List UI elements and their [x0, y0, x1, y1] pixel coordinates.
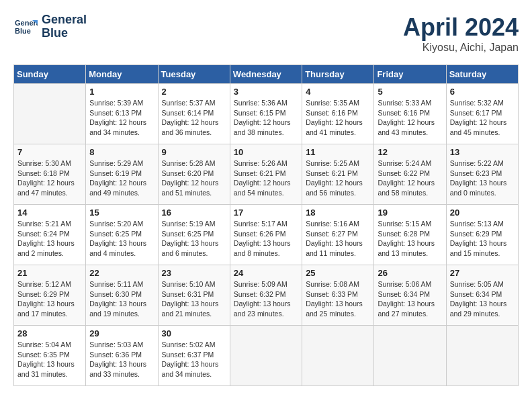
day-number: 10 — [234, 147, 298, 157]
day-info: Sunrise: 5:11 AM Sunset: 6:30 PM Dayligh… — [89, 279, 154, 319]
day-info: Sunrise: 5:12 AM Sunset: 6:29 PM Dayligh… — [17, 279, 82, 319]
day-info: Sunrise: 5:05 AM Sunset: 6:34 PM Dayligh… — [450, 279, 515, 319]
col-header-thursday: Thursday — [302, 65, 374, 84]
calendar-cell — [446, 326, 518, 386]
calendar-cell: 25Sunrise: 5:08 AM Sunset: 6:33 PM Dayli… — [302, 265, 374, 326]
day-number: 14 — [17, 208, 82, 218]
calendar-cell — [302, 326, 374, 386]
day-info: Sunrise: 5:20 AM Sunset: 6:25 PM Dayligh… — [89, 219, 154, 259]
day-number: 26 — [378, 268, 442, 278]
page-subtitle: Kiyosu, Aichi, Japan — [403, 42, 519, 54]
calendar-cell: 23Sunrise: 5:10 AM Sunset: 6:31 PM Dayli… — [158, 265, 230, 326]
calendar-cell: 3Sunrise: 5:36 AM Sunset: 6:15 PM Daylig… — [230, 84, 302, 144]
day-info: Sunrise: 5:17 AM Sunset: 6:26 PM Dayligh… — [234, 219, 298, 259]
day-info: Sunrise: 5:09 AM Sunset: 6:32 PM Dayligh… — [234, 279, 298, 319]
calendar-cell — [374, 326, 446, 386]
day-number: 6 — [450, 87, 515, 97]
calendar-cell: 21Sunrise: 5:12 AM Sunset: 6:29 PM Dayli… — [14, 265, 86, 326]
calendar-cell: 29Sunrise: 5:03 AM Sunset: 6:36 PM Dayli… — [86, 326, 158, 386]
day-number: 20 — [450, 208, 515, 218]
day-number: 13 — [450, 147, 515, 157]
col-header-tuesday: Tuesday — [158, 65, 230, 84]
day-number: 16 — [162, 208, 226, 218]
day-info: Sunrise: 5:16 AM Sunset: 6:27 PM Dayligh… — [306, 219, 370, 259]
day-info: Sunrise: 5:36 AM Sunset: 6:15 PM Dayligh… — [234, 98, 298, 138]
day-info: Sunrise: 5:19 AM Sunset: 6:25 PM Dayligh… — [162, 219, 226, 259]
calendar-week-2: 7Sunrise: 5:30 AM Sunset: 6:18 PM Daylig… — [14, 144, 519, 205]
day-number: 7 — [17, 147, 82, 157]
day-info: Sunrise: 5:15 AM Sunset: 6:28 PM Dayligh… — [378, 219, 442, 259]
col-header-wednesday: Wednesday — [230, 65, 302, 84]
page-title: April 2024 — [403, 13, 519, 42]
calendar-cell: 5Sunrise: 5:33 AM Sunset: 6:16 PM Daylig… — [374, 84, 446, 144]
day-info: Sunrise: 5:02 AM Sunset: 6:37 PM Dayligh… — [162, 340, 226, 379]
calendar-cell: 13Sunrise: 5:22 AM Sunset: 6:23 PM Dayli… — [446, 144, 518, 205]
svg-text:Blue: Blue — [15, 27, 31, 35]
calendar-cell: 6Sunrise: 5:32 AM Sunset: 6:17 PM Daylig… — [446, 84, 518, 144]
col-header-saturday: Saturday — [446, 65, 518, 84]
calendar-cell: 14Sunrise: 5:21 AM Sunset: 6:24 PM Dayli… — [14, 205, 86, 265]
day-info: Sunrise: 5:22 AM Sunset: 6:23 PM Dayligh… — [450, 158, 515, 198]
calendar-cell: 15Sunrise: 5:20 AM Sunset: 6:25 PM Dayli… — [86, 205, 158, 265]
day-info: Sunrise: 5:25 AM Sunset: 6:21 PM Dayligh… — [306, 158, 370, 198]
day-number: 24 — [234, 268, 298, 278]
day-number: 11 — [306, 147, 370, 157]
logo-line1: General — [42, 13, 87, 27]
calendar-cell — [230, 326, 302, 386]
day-number: 19 — [378, 208, 442, 218]
day-number: 3 — [234, 87, 298, 97]
day-info: Sunrise: 5:33 AM Sunset: 6:16 PM Dayligh… — [378, 98, 442, 138]
col-header-friday: Friday — [374, 65, 446, 84]
day-info: Sunrise: 5:35 AM Sunset: 6:16 PM Dayligh… — [306, 98, 370, 138]
calendar-cell: 10Sunrise: 5:26 AM Sunset: 6:21 PM Dayli… — [230, 144, 302, 205]
day-number: 2 — [162, 87, 226, 97]
day-info: Sunrise: 5:30 AM Sunset: 6:18 PM Dayligh… — [17, 158, 82, 198]
calendar-cell: 16Sunrise: 5:19 AM Sunset: 6:25 PM Dayli… — [158, 205, 230, 265]
logo-line2: Blue — [42, 27, 87, 40]
title-block: April 2024 Kiyosu, Aichi, Japan — [403, 13, 519, 54]
calendar-cell: 18Sunrise: 5:16 AM Sunset: 6:27 PM Dayli… — [302, 205, 374, 265]
calendar-cell: 7Sunrise: 5:30 AM Sunset: 6:18 PM Daylig… — [14, 144, 86, 205]
logo: General Blue General Blue — [13, 13, 87, 40]
logo-icon: General Blue — [13, 15, 38, 39]
calendar-table: SundayMondayTuesdayWednesdayThursdayFrid… — [13, 64, 519, 386]
day-info: Sunrise: 5:06 AM Sunset: 6:34 PM Dayligh… — [378, 279, 442, 319]
calendar-week-5: 28Sunrise: 5:04 AM Sunset: 6:35 PM Dayli… — [14, 326, 519, 386]
day-number: 9 — [162, 147, 226, 157]
day-number: 28 — [17, 328, 82, 338]
calendar-week-4: 21Sunrise: 5:12 AM Sunset: 6:29 PM Dayli… — [14, 265, 519, 326]
calendar-week-3: 14Sunrise: 5:21 AM Sunset: 6:24 PM Dayli… — [14, 205, 519, 265]
day-number: 5 — [378, 87, 442, 97]
day-info: Sunrise: 5:32 AM Sunset: 6:17 PM Dayligh… — [450, 98, 515, 138]
day-number: 30 — [162, 328, 226, 338]
calendar-cell: 19Sunrise: 5:15 AM Sunset: 6:28 PM Dayli… — [374, 205, 446, 265]
day-number: 22 — [89, 268, 154, 278]
day-info: Sunrise: 5:24 AM Sunset: 6:22 PM Dayligh… — [378, 158, 442, 198]
col-header-monday: Monday — [86, 65, 158, 84]
day-number: 4 — [306, 87, 370, 97]
day-number: 18 — [306, 208, 370, 218]
calendar-cell: 2Sunrise: 5:37 AM Sunset: 6:14 PM Daylig… — [158, 84, 230, 144]
day-number: 12 — [378, 147, 442, 157]
day-info: Sunrise: 5:39 AM Sunset: 6:13 PM Dayligh… — [89, 98, 154, 138]
day-number: 23 — [162, 268, 226, 278]
day-number: 21 — [17, 268, 82, 278]
day-number: 29 — [89, 328, 154, 338]
day-info: Sunrise: 5:29 AM Sunset: 6:19 PM Dayligh… — [89, 158, 154, 198]
col-header-sunday: Sunday — [14, 65, 86, 84]
calendar-week-1: 1Sunrise: 5:39 AM Sunset: 6:13 PM Daylig… — [14, 84, 519, 144]
calendar-cell: 11Sunrise: 5:25 AM Sunset: 6:21 PM Dayli… — [302, 144, 374, 205]
calendar-cell: 1Sunrise: 5:39 AM Sunset: 6:13 PM Daylig… — [86, 84, 158, 144]
day-info: Sunrise: 5:08 AM Sunset: 6:33 PM Dayligh… — [306, 279, 370, 319]
calendar-cell: 28Sunrise: 5:04 AM Sunset: 6:35 PM Dayli… — [14, 326, 86, 386]
day-number: 1 — [89, 87, 154, 97]
day-info: Sunrise: 5:28 AM Sunset: 6:20 PM Dayligh… — [162, 158, 226, 198]
calendar-cell: 9Sunrise: 5:28 AM Sunset: 6:20 PM Daylig… — [158, 144, 230, 205]
day-info: Sunrise: 5:37 AM Sunset: 6:14 PM Dayligh… — [162, 98, 226, 138]
day-info: Sunrise: 5:26 AM Sunset: 6:21 PM Dayligh… — [234, 158, 298, 198]
calendar-cell: 24Sunrise: 5:09 AM Sunset: 6:32 PM Dayli… — [230, 265, 302, 326]
day-number: 27 — [450, 268, 515, 278]
day-info: Sunrise: 5:13 AM Sunset: 6:29 PM Dayligh… — [450, 219, 515, 259]
day-info: Sunrise: 5:03 AM Sunset: 6:36 PM Dayligh… — [89, 340, 154, 379]
day-number: 17 — [234, 208, 298, 218]
